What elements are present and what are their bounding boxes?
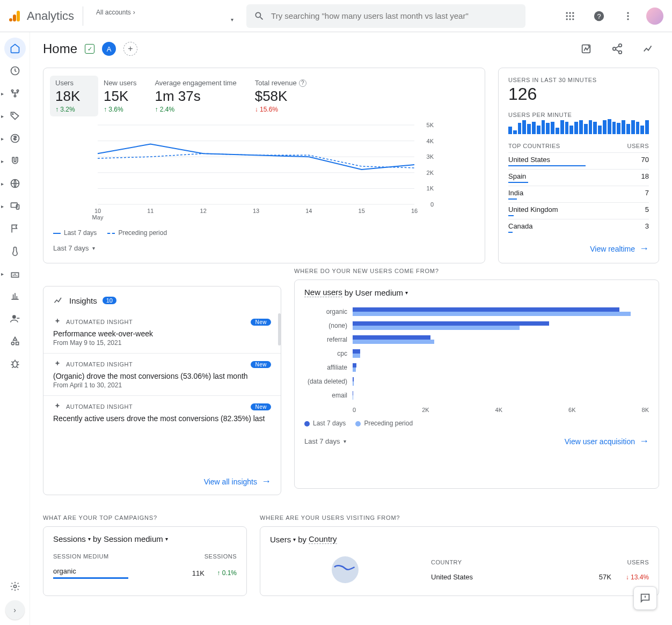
- metric-tile-total-revenue[interactable]: Total revenue ?$58K15.6%: [250, 76, 319, 116]
- svg-point-31: [13, 585, 16, 588]
- svg-text:11: 11: [147, 208, 154, 214]
- svg-point-8: [572, 15, 574, 17]
- share-icon[interactable]: [607, 38, 628, 60]
- svg-text:2K: 2K: [427, 170, 434, 176]
- svg-point-34: [613, 47, 616, 50]
- campaign-row[interactable]: organic11K0.1%: [53, 563, 237, 581]
- camp-by: by Session medium: [93, 534, 163, 543]
- camp-primary: Sessions: [53, 534, 86, 543]
- product-logo[interactable]: Analytics: [9, 6, 83, 26]
- geo-col2: USERS: [627, 559, 649, 565]
- camp-dim-selector[interactable]: Sessions▾ by Session medium▾: [53, 534, 168, 543]
- acq-dim-by: by User medium: [345, 288, 403, 297]
- geo-row[interactable]: United States57K13.4%: [431, 569, 649, 585]
- rt-permin-label: USERS PER MINUTE: [508, 112, 649, 118]
- clock-icon: [10, 65, 20, 76]
- svg-rect-1: [13, 14, 16, 21]
- view-realtime-link[interactable]: View realtime: [508, 243, 649, 254]
- nav-debug[interactable]: [4, 353, 26, 374]
- svg-point-19: [17, 90, 18, 91]
- nav-explore[interactable]: [4, 330, 26, 352]
- svg-text:5K: 5K: [427, 122, 434, 128]
- country-row[interactable]: Spain18: [508, 169, 649, 186]
- chevron-icon: ▸: [1, 203, 4, 209]
- customize-icon[interactable]: [575, 38, 597, 60]
- nav-rail: ▸ ▸ ▸ ▸ ▸ ▸ ▸ ›: [0, 32, 30, 625]
- segment-chip[interactable]: A: [102, 42, 116, 56]
- acq-range-selector[interactable]: Last 7 days: [304, 437, 346, 445]
- feedback-button[interactable]: [633, 586, 657, 610]
- svg-rect-29: [16, 342, 18, 345]
- insight-item[interactable]: AUTOMATED INSIGHTNewRecently active user…: [43, 396, 281, 429]
- geo-rows: United States57K13.4%: [431, 569, 649, 585]
- scrollbar[interactable]: [278, 313, 281, 345]
- country-row[interactable]: United States70: [508, 152, 649, 169]
- nav-lifecycle[interactable]: ▸: [4, 83, 26, 104]
- view-acquisition-link[interactable]: View user acquisition: [565, 436, 649, 447]
- camp-col1: SESSION MEDIUM: [53, 553, 109, 560]
- insights-icon[interactable]: [638, 38, 659, 60]
- geo-dim: Country: [309, 534, 337, 544]
- nav-tech[interactable]: ▸: [4, 195, 26, 217]
- realtime-card: USERS IN LAST 30 MINUTES 126 USERS PER M…: [498, 68, 659, 263]
- country-row[interactable]: United Kingdom5: [508, 202, 649, 219]
- metric-tile-users[interactable]: Users18K3.2%: [50, 76, 98, 116]
- nav-engagement[interactable]: [4, 240, 26, 262]
- nav-retention[interactable]: ▸: [4, 263, 26, 284]
- user-avatar[interactable]: [646, 8, 663, 25]
- touch-icon: [10, 246, 20, 256]
- insights-title: Insights: [69, 296, 97, 305]
- acq-axis: 02K4K6K8K: [353, 407, 649, 413]
- camp-rows: organic11K0.1%: [53, 563, 237, 581]
- svg-point-4: [569, 12, 571, 13]
- insight-item[interactable]: AUTOMATED INSIGHTNewPerformance week-ove…: [43, 311, 281, 354]
- view-insights-link[interactable]: View all insights: [43, 476, 281, 487]
- country-row[interactable]: Canada3: [508, 219, 649, 236]
- nav-admin[interactable]: [4, 576, 26, 597]
- svg-point-27: [12, 315, 16, 319]
- analytics-logo-icon: [9, 10, 21, 23]
- overview-chart: 5K4K3K2K1K010May111213141516: [43, 119, 485, 224]
- geo-col1: COUNTRY: [431, 559, 462, 565]
- add-segment-button[interactable]: +: [123, 42, 137, 56]
- content-area: Home ✓ A + Users18K3.2%New users15K3.6%A…: [30, 32, 672, 625]
- insight-list: AUTOMATED INSIGHTNewPerformance week-ove…: [43, 311, 281, 429]
- tag-icon: [10, 111, 20, 121]
- acq-legend-prev: Preceding period: [364, 420, 413, 427]
- chevron-icon: ▸: [1, 136, 4, 142]
- nav-acquisition[interactable]: ▸: [4, 150, 26, 172]
- camp-col2: SESSIONS: [204, 553, 237, 560]
- insight-item[interactable]: AUTOMATED INSIGHTNew(Organic) drove the …: [43, 354, 281, 396]
- nav-realtime[interactable]: [4, 60, 26, 82]
- nav-events[interactable]: ▸: [4, 105, 26, 127]
- account-selector[interactable]: All accounts› ▾: [90, 9, 240, 24]
- search-bar[interactable]: [246, 4, 525, 28]
- insights-spark-icon: [53, 295, 64, 306]
- svg-point-56: [332, 556, 359, 583]
- country-row[interactable]: India7: [508, 186, 649, 202]
- acq-dim-selector[interactable]: New users by User medium ▾: [304, 288, 408, 297]
- metric-tile-average-engagement-time[interactable]: Average engagement time1m 37s2.4%: [149, 76, 249, 116]
- nav-library[interactable]: [4, 285, 26, 307]
- insights-count: 10: [103, 297, 116, 304]
- caret-icon: ▾: [293, 536, 296, 542]
- apps-icon[interactable]: [559, 5, 581, 27]
- dropdown-caret-icon: ▾: [231, 17, 233, 23]
- nav-expand[interactable]: ›: [5, 600, 25, 620]
- nav-conversions[interactable]: [4, 218, 26, 239]
- help-icon[interactable]: ?: [588, 5, 610, 27]
- page-title: Home: [43, 41, 77, 56]
- more-icon[interactable]: [617, 5, 639, 27]
- nav-demographics[interactable]: ▸: [4, 173, 26, 194]
- nav-home[interactable]: [4, 38, 26, 59]
- devices-icon: [10, 201, 20, 211]
- nav-user[interactable]: [4, 308, 26, 329]
- metric-tile-new-users[interactable]: New users15K3.6%: [98, 76, 149, 116]
- overview-legend: Last 7 days Preceding period: [43, 224, 485, 240]
- caret-icon: ▾: [165, 536, 168, 542]
- overview-range-selector[interactable]: Last 7 days: [43, 240, 485, 252]
- svg-text:3K: 3K: [427, 153, 434, 160]
- search-input[interactable]: [271, 11, 518, 20]
- nav-monetization[interactable]: ▸: [4, 128, 26, 149]
- geo-dim-selector[interactable]: Users▾ by Country: [270, 534, 337, 544]
